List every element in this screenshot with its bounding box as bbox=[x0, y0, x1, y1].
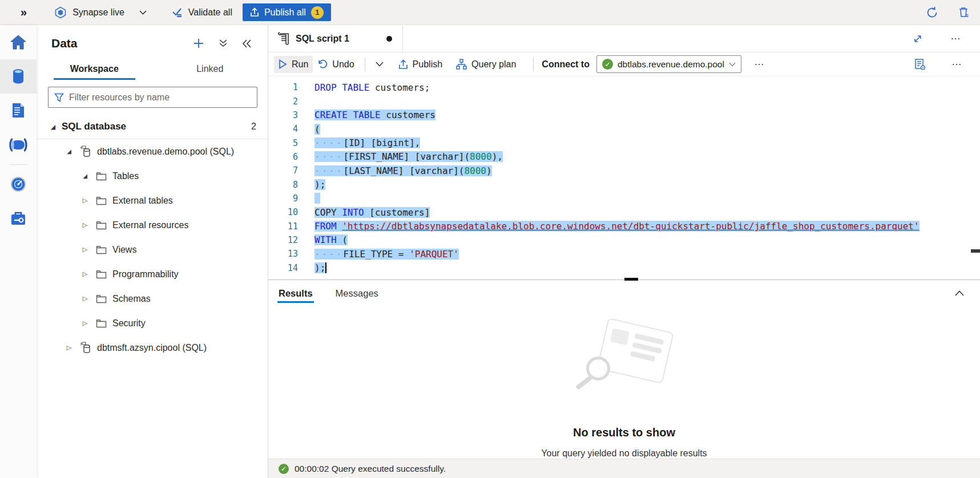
twisty-collapsed-icon[interactable]: ▷ bbox=[81, 270, 89, 278]
hub-manage-button[interactable] bbox=[0, 201, 37, 236]
code-line[interactable]: 11FROM 'https://dbtlabsynapsedatalake.bl… bbox=[268, 219, 980, 233]
run-button[interactable]: Run bbox=[274, 56, 313, 73]
twisty-collapsed-icon[interactable]: ▷ bbox=[81, 221, 89, 229]
tree-item-label: Security bbox=[112, 318, 146, 329]
line-number: 9 bbox=[268, 193, 298, 204]
tree-item[interactable]: ▷Security bbox=[37, 311, 268, 335]
line-number: 5 bbox=[268, 138, 298, 148]
twisty-collapsed-icon[interactable]: ▷ bbox=[81, 197, 89, 204]
manage-icon bbox=[10, 210, 27, 226]
synapse-live-dropdown[interactable]: Synapse live bbox=[54, 6, 124, 19]
query-plan-button[interactable]: Query plan bbox=[451, 55, 521, 73]
sql-code-editor[interactable]: 1DROP TABLE customers;23CREATE TABLE cus… bbox=[268, 76, 980, 279]
code-line[interactable]: 9 bbox=[268, 192, 980, 205]
hub-monitor-button[interactable] bbox=[0, 167, 37, 201]
publish-count-badge: 1 bbox=[311, 6, 324, 19]
empty-results-subtitle: Your query yielded no displayable result… bbox=[541, 448, 707, 459]
hub-data-button[interactable] bbox=[0, 59, 37, 94]
tree-item[interactable]: ▷dbtmsft.azsyn.cipool (SQL) bbox=[37, 335, 268, 360]
code-line[interactable]: 1DROP TABLE customers; bbox=[268, 80, 980, 94]
undo-redo-dropdown-icon[interactable] bbox=[371, 58, 388, 70]
refresh-button[interactable] bbox=[925, 5, 939, 20]
tree-item[interactable]: ▷Views bbox=[37, 237, 268, 262]
code-line[interactable]: 8); bbox=[268, 177, 980, 191]
collapse-all-icon[interactable] bbox=[217, 38, 229, 49]
code-line[interactable]: 6····[FIRST_NAME] [varchar](8000), bbox=[268, 150, 980, 164]
tree-item[interactable]: ◢Tables bbox=[37, 164, 268, 188]
discard-trash-button[interactable] bbox=[957, 5, 971, 20]
filter-resources-input[interactable] bbox=[69, 92, 251, 103]
pool-name: dbtlabs.revenue.demo.pool bbox=[618, 59, 724, 70]
validate-all-button[interactable]: Validate all bbox=[172, 7, 232, 18]
pane-resize-grip[interactable] bbox=[624, 278, 638, 281]
code-line[interactable]: 7····[LAST_NAME] [varchar](8000) bbox=[268, 164, 980, 177]
collapse-results-icon[interactable] bbox=[954, 289, 965, 297]
folder-icon bbox=[96, 221, 107, 230]
expand-menu-icon[interactable]: » bbox=[21, 6, 27, 19]
data-icon bbox=[10, 68, 26, 85]
hub-home-button[interactable] bbox=[0, 25, 37, 59]
line-number: 11 bbox=[268, 221, 298, 232]
code-line[interactable]: 2 bbox=[268, 94, 980, 108]
code-line[interactable]: 13····FILE_TYPE = 'PARQUET' bbox=[268, 247, 980, 261]
code-line[interactable]: 12WITH ( bbox=[268, 233, 980, 247]
collapse-panel-icon[interactable] bbox=[241, 38, 253, 49]
code-line-content: ); bbox=[314, 179, 325, 190]
tab-label: SQL script 1 bbox=[296, 34, 349, 44]
expand-editor-icon[interactable] bbox=[912, 33, 924, 45]
code-line-content: WITH ( bbox=[314, 234, 348, 245]
folder-icon bbox=[96, 172, 107, 181]
publish-all-button[interactable]: Publish all 1 bbox=[243, 3, 331, 21]
publish-icon bbox=[250, 7, 259, 17]
tab-sql-script-1[interactable]: SQL script 1 bbox=[268, 25, 403, 52]
code-line-content: ····[LAST_NAME] [varchar](8000) bbox=[314, 165, 492, 176]
twisty-collapsed-icon[interactable]: ▷ bbox=[81, 246, 89, 253]
tree-item-label: dbtlabs.revenue.demo.pool (SQL) bbox=[97, 147, 234, 157]
hub-develop-button[interactable] bbox=[0, 94, 37, 128]
twisty-collapsed-icon[interactable]: ▷ bbox=[65, 344, 73, 351]
twisty-collapsed-icon[interactable]: ▷ bbox=[81, 319, 89, 327]
toolbar-separator bbox=[533, 58, 534, 71]
hub-integrate-button[interactable] bbox=[0, 128, 37, 162]
tree-item[interactable]: ▷Programmability bbox=[37, 262, 268, 286]
tree-item[interactable]: ▷External tables bbox=[37, 188, 268, 213]
line-number: 3 bbox=[268, 110, 298, 120]
properties-icon[interactable] bbox=[913, 57, 927, 72]
chevron-down-icon[interactable] bbox=[139, 10, 147, 15]
code-line[interactable]: 3CREATE TABLE customers bbox=[268, 108, 980, 122]
tab-messages[interactable]: Messages bbox=[334, 282, 380, 305]
tree-item-label: Programmability bbox=[112, 269, 179, 279]
success-check-icon: ✓ bbox=[279, 464, 289, 474]
publish-button[interactable]: Publish bbox=[394, 56, 447, 73]
twisty-expanded-icon[interactable]: ◢ bbox=[49, 124, 57, 130]
undo-button[interactable]: Undo bbox=[313, 56, 358, 73]
folder-icon bbox=[96, 270, 107, 279]
rail-divider bbox=[9, 164, 27, 165]
code-line-content bbox=[314, 193, 320, 204]
connect-more-button[interactable]: … bbox=[749, 56, 770, 72]
twisty-expanded-icon[interactable]: ◢ bbox=[81, 173, 89, 179]
code-line[interactable]: 5····[ID] [bigint], bbox=[268, 136, 980, 149]
tree-item-label: Tables bbox=[112, 171, 139, 181]
data-explorer-panel: Data Workspace Linked bbox=[37, 25, 268, 478]
tree-item[interactable]: ◢SQL database2 bbox=[37, 115, 268, 139]
tree-item[interactable]: ◢dbtlabs.revenue.demo.pool (SQL) bbox=[37, 139, 268, 164]
tab-results[interactable]: Results bbox=[277, 282, 314, 305]
code-line-content: DROP TABLE customers; bbox=[314, 82, 430, 93]
code-line[interactable]: 14); bbox=[268, 261, 980, 274]
pool-select-dropdown[interactable]: ✓ dbtlabs.revenue.demo.pool bbox=[596, 55, 741, 73]
add-resource-button[interactable] bbox=[192, 37, 205, 50]
line-number: 4 bbox=[268, 124, 298, 134]
scrollbar-thumb[interactable] bbox=[971, 249, 980, 253]
code-line[interactable]: 10COPY INTO [customers] bbox=[268, 205, 980, 219]
tab-linked[interactable]: Linked bbox=[152, 59, 268, 80]
tree-item[interactable]: ▷External resources bbox=[37, 213, 268, 237]
twisty-collapsed-icon[interactable]: ▷ bbox=[81, 295, 89, 302]
tree-item[interactable]: ▷Schemas bbox=[37, 286, 268, 311]
tab-more-actions-button[interactable]: … bbox=[946, 30, 966, 47]
code-line[interactable]: 4( bbox=[268, 122, 980, 136]
data-panel-tabs: Workspace Linked bbox=[37, 59, 268, 80]
tab-workspace[interactable]: Workspace bbox=[37, 59, 152, 80]
editor-more-button[interactable]: … bbox=[947, 56, 967, 72]
twisty-expanded-icon[interactable]: ◢ bbox=[65, 148, 73, 155]
